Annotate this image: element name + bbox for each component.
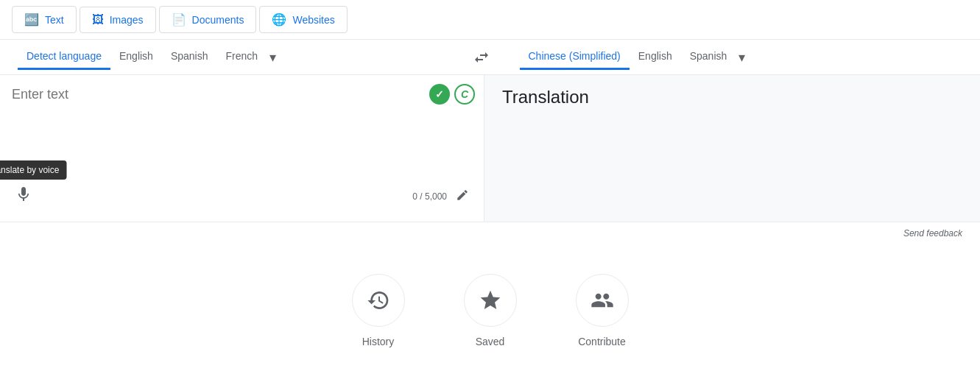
text-icon: 🔤	[24, 13, 39, 26]
edit-button[interactable]	[453, 186, 472, 208]
source-input[interactable]	[12, 87, 472, 177]
microphone-button[interactable]	[12, 183, 35, 210]
target-lang-chinese[interactable]: Chinese (Simplified)	[520, 44, 630, 70]
saved-button[interactable]: Saved	[464, 274, 517, 347]
target-lang-spanish[interactable]: Spanish	[681, 44, 736, 70]
translation-output: Translation	[502, 87, 962, 107]
target-lang-options: Chinese (Simplified) English Spanish ▾	[502, 43, 963, 71]
grammar-tools: ✓ C	[429, 84, 475, 105]
swap-languages-button[interactable]	[461, 43, 502, 72]
source-footer: Translate by voice 0 / 5,000	[12, 183, 472, 210]
tab-websites-label: Websites	[292, 14, 334, 26]
grammar-check-icon[interactable]: C	[454, 84, 475, 105]
source-panel: ✓ C Translate by voice 0 / 5,000	[0, 75, 484, 222]
bottom-section: History Saved Contribute	[0, 244, 980, 362]
documents-icon: 📄	[172, 13, 186, 26]
tab-documents[interactable]: 📄 Documents	[159, 6, 257, 33]
tab-text-label: Text	[45, 14, 64, 26]
tab-images[interactable]: 🖼 Images	[80, 7, 156, 33]
source-lang-english[interactable]: English	[110, 44, 162, 70]
saved-icon-circle	[464, 274, 517, 327]
source-lang-french[interactable]: French	[216, 44, 267, 70]
send-feedback-link[interactable]: Send feedback	[0, 222, 980, 244]
contribute-label: Contribute	[578, 336, 626, 347]
history-icon-circle	[352, 274, 405, 327]
history-button[interactable]: History	[352, 274, 405, 347]
char-count: 0 / 5,000	[412, 191, 447, 202]
target-lang-more[interactable]: ▾	[736, 43, 748, 71]
mic-container: Translate by voice	[12, 183, 35, 210]
history-label: History	[362, 336, 395, 347]
source-lang-detect[interactable]: Detect language	[18, 44, 110, 70]
tab-text[interactable]: 🔤 Text	[12, 6, 77, 33]
tab-images-label: Images	[110, 14, 144, 26]
language-bar: Detect language English Spanish French ▾…	[0, 40, 980, 75]
saved-label: Saved	[476, 336, 505, 347]
target-panel: Translation	[484, 75, 980, 222]
tab-websites[interactable]: 🌐 Websites	[259, 6, 347, 33]
contribute-icon-circle	[576, 274, 629, 327]
target-lang-english[interactable]: English	[630, 44, 681, 70]
images-icon: 🖼	[92, 13, 104, 26]
tab-documents-label: Documents	[192, 14, 244, 26]
contribute-button[interactable]: Contribute	[576, 274, 629, 347]
source-lang-spanish[interactable]: Spanish	[162, 44, 217, 70]
spell-check-icon[interactable]: ✓	[429, 84, 450, 105]
translation-area: ✓ C Translate by voice 0 / 5,000	[0, 75, 980, 222]
source-lang-options: Detect language English Spanish French ▾	[18, 43, 461, 71]
websites-icon: 🌐	[272, 13, 286, 26]
top-tab-bar: 🔤 Text 🖼 Images 📄 Documents 🌐 Websites	[0, 0, 980, 40]
source-lang-more[interactable]: ▾	[267, 43, 279, 71]
